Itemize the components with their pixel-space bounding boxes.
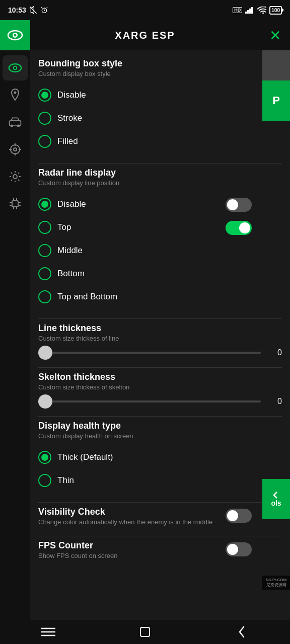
radar-top-label: Top — [57, 222, 71, 232]
arrow-left-icon — [272, 491, 280, 499]
radar-top-row: Top — [38, 216, 282, 239]
svg-rect-6 — [249, 9, 251, 14]
radar-middle-option[interactable]: Middle — [38, 239, 282, 262]
sidebar-item-chip[interactable] — [3, 191, 28, 216]
visibility-check-toggle[interactable] — [226, 509, 252, 523]
visibility-check-title: Visibility Check — [38, 507, 226, 517]
svg-rect-5 — [247, 10, 249, 14]
float-tools-label: ols — [271, 499, 281, 507]
float-p-label: P — [272, 94, 280, 107]
svg-point-15 — [14, 92, 17, 94]
health-thin-radio[interactable] — [38, 474, 51, 487]
skelton-thickness-subtitle: Custom size thickess of skelton — [38, 383, 282, 391]
radar-top-toggle[interactable] — [226, 221, 252, 235]
visibility-toggle-knob — [227, 510, 238, 521]
radar-bottom-radio[interactable] — [38, 267, 51, 280]
skelton-thickness-section: Skelton thickness Custom size thickess o… — [38, 372, 282, 406]
mute-icon — [29, 6, 37, 14]
nav-back-button[interactable] — [227, 622, 257, 642]
bounding-box-filled-radio[interactable] — [38, 135, 51, 148]
line-thickness-thumb[interactable] — [38, 346, 52, 360]
fps-counter-toggle[interactable] — [226, 542, 252, 556]
radar-disable-row: Disable — [38, 193, 282, 216]
svg-point-17 — [11, 124, 13, 127]
skelton-thickness-value: 0 — [267, 397, 282, 406]
radar-disable-option[interactable]: Disable — [38, 193, 226, 216]
svg-point-19 — [11, 145, 20, 154]
svg-rect-26 — [12, 201, 18, 207]
nav-home-button[interactable] — [130, 622, 160, 642]
nav-menu-button[interactable] — [33, 622, 63, 642]
home-square-icon — [139, 626, 151, 638]
radar-middle-label: Middle — [57, 246, 83, 256]
bounding-box-disable-option[interactable]: Disable — [38, 84, 282, 107]
sidebar-item-target[interactable] — [3, 137, 28, 162]
radar-top-radio[interactable] — [38, 221, 51, 234]
sidebar-item-location[interactable] — [3, 83, 28, 108]
watermark: NKZY.COM 尼克资源网 — [262, 576, 290, 590]
toggle-knob-2 — [239, 222, 250, 233]
float-green-p-button[interactable]: P — [262, 80, 290, 121]
radar-topbottom-option[interactable]: Top and Bottom — [38, 285, 282, 308]
sidebar-toggle-button[interactable] — [0, 20, 30, 50]
nav-bar — [0, 620, 290, 644]
line-thickness-subtitle: Custom size thickess of line — [38, 335, 282, 342]
health-thick-option[interactable]: Thick (Default) — [38, 446, 282, 469]
bounding-box-title: Bounding box style — [38, 58, 282, 69]
health-thin-option[interactable]: Thin — [38, 469, 282, 492]
skelton-thickness-thumb[interactable] — [38, 394, 52, 409]
divider-3 — [38, 367, 282, 368]
visibility-check-row: Visibility Check Change color automatica… — [38, 507, 282, 526]
health-thick-radio[interactable] — [38, 451, 51, 464]
target-icon — [9, 143, 22, 156]
sidebar — [0, 50, 30, 620]
svg-rect-7 — [251, 7, 253, 14]
divider-2 — [38, 318, 282, 319]
radar-line-subtitle: Custom display line position — [38, 179, 282, 187]
health-thin-label: Thin — [57, 475, 74, 486]
radar-disable-toggle[interactable] — [226, 198, 252, 212]
health-thick-label: Thick (Default) — [57, 452, 113, 462]
radar-middle-radio[interactable] — [38, 244, 51, 257]
hamburger-icon — [41, 627, 55, 637]
chip-icon — [9, 197, 22, 210]
status-bar: 10:53 HD 100 — [0, 0, 290, 20]
display-health-section: Display health type Custom display healt… — [38, 421, 282, 492]
side-float-buttons: P — [262, 50, 290, 121]
bounding-box-stroke-radio[interactable] — [38, 112, 51, 125]
line-thickness-section: Line thickness Custom size thickess of l… — [38, 323, 282, 357]
watermark-text: 尼克资源网 — [264, 582, 288, 588]
app-header: XARG ESP ✕ — [0, 20, 290, 50]
display-health-subtitle: Custom display health on screen — [38, 432, 282, 440]
float-green-tools-button[interactable]: ols — [262, 479, 290, 519]
wifi-icon — [257, 7, 266, 14]
fps-counter-row: FPS Counter Show FPS count on screen — [38, 540, 282, 559]
skelton-thickness-track — [38, 400, 261, 403]
svg-point-11 — [14, 34, 17, 37]
status-time: 10:53 — [8, 6, 26, 14]
radar-top-option[interactable]: Top — [38, 216, 226, 239]
bounding-box-stroke-option[interactable]: Stroke — [38, 107, 282, 130]
svg-point-14 — [14, 67, 16, 69]
signal-icon — [245, 7, 254, 14]
hd-badge: HD — [233, 7, 242, 13]
close-button[interactable]: ✕ — [260, 20, 290, 50]
bounding-box-stroke-label: Stroke — [57, 113, 82, 123]
gear-icon — [9, 170, 22, 183]
radar-topbottom-radio[interactable] — [38, 290, 51, 303]
divider-6 — [38, 536, 282, 536]
sidebar-item-settings[interactable] — [3, 164, 28, 189]
fps-counter-title: FPS Counter — [38, 540, 226, 551]
visibility-check-section: Visibility Check Change color automatica… — [38, 507, 282, 526]
fps-counter-subtitle: Show FPS count on screen — [38, 552, 226, 559]
sidebar-item-eye[interactable] — [3, 55, 28, 80]
bounding-box-filled-option[interactable]: Filled — [38, 130, 282, 153]
radar-topbottom-label: Top and Bottom — [57, 292, 117, 302]
radar-bottom-option[interactable]: Bottom — [38, 262, 282, 285]
fps-counter-info: FPS Counter Show FPS count on screen — [38, 540, 226, 559]
divider-1 — [38, 163, 282, 164]
bounding-box-disable-radio[interactable] — [38, 89, 51, 102]
sidebar-item-car[interactable] — [3, 110, 28, 135]
radar-disable-radio[interactable] — [38, 198, 51, 211]
car-icon — [8, 116, 22, 128]
